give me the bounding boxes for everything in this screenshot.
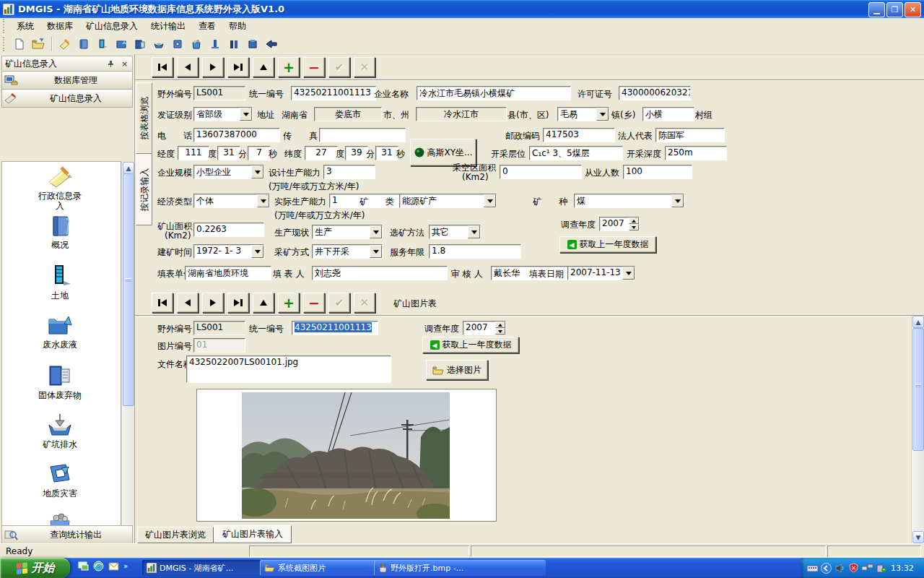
nav-edit-button[interactable] <box>253 57 274 77</box>
nav2-delete-button[interactable]: − <box>303 293 325 313</box>
building-icon[interactable] <box>226 36 242 52</box>
employees-input[interactable]: 100 <box>623 165 692 179</box>
pic-survey-year-spinner[interactable]: 2007 <box>463 321 506 335</box>
chevron-down-icon[interactable] <box>596 108 609 121</box>
nav-first-button[interactable] <box>152 57 173 77</box>
scrollbar-thumb[interactable] <box>123 173 134 406</box>
nav2-first-button[interactable] <box>152 293 173 313</box>
solid-waste-icon[interactable] <box>132 36 148 52</box>
fill-date-select[interactable]: 2007-11-13 <box>567 266 635 280</box>
nav-cancel-button[interactable]: ✕ <box>354 57 375 77</box>
mining-layer-input[interactable]: C₁c¹ 3、5煤层 <box>529 146 623 160</box>
quick-launch-more-icon[interactable]: » <box>123 562 128 570</box>
scrollbar-thumb[interactable] <box>912 328 924 451</box>
minimize-button[interactable]: ▁ <box>868 2 885 17</box>
taskbar-task-folder[interactable]: 系统截图图片 <box>260 560 377 576</box>
start-button[interactable]: 开始 <box>0 558 70 578</box>
land-icon[interactable] <box>95 36 110 52</box>
chevron-down-icon[interactable] <box>240 108 252 121</box>
language-icon[interactable] <box>821 563 832 574</box>
ie-icon[interactable] <box>93 561 104 571</box>
fax-input[interactable] <box>319 128 406 142</box>
restore-button[interactable]: ❐ <box>886 2 903 17</box>
nav-last-button[interactable] <box>227 57 249 77</box>
spin-down-icon[interactable] <box>629 224 639 230</box>
fill-person-input[interactable]: 刘志尧 <box>312 266 448 280</box>
close-button[interactable]: ✕ <box>905 2 921 17</box>
show-desktop-icon[interactable] <box>78 561 89 571</box>
latitude-sec-input[interactable]: 31 <box>375 146 398 160</box>
sidebar-scrollbar[interactable]: ▲ ▼ <box>121 162 134 578</box>
volume-icon[interactable] <box>834 563 845 574</box>
mail-icon[interactable] <box>108 561 119 571</box>
prefecture-input[interactable]: 冷水江市 <box>416 107 507 121</box>
keyboard-icon[interactable] <box>807 563 818 574</box>
menu-mine-info-entry[interactable]: 矿山信息录入 <box>79 18 144 35</box>
county-select[interactable]: 毛易 <box>557 107 609 121</box>
land-survey-icon[interactable] <box>188 36 204 52</box>
mineral-kind-select[interactable]: 煤 <box>574 194 684 208</box>
wastewater-icon[interactable] <box>113 36 129 52</box>
sidebar-item-land[interactable]: 土地 <box>2 263 118 301</box>
tab-picture-table-browse[interactable]: 矿山图片表浏览 <box>137 527 214 543</box>
clock[interactable]: 13:32 <box>891 564 914 573</box>
overview-icon[interactable] <box>76 36 92 52</box>
choose-picture-button[interactable]: 选择图片 <box>426 360 488 380</box>
sidebar-item-solid-waste[interactable]: 固体废弃物 <box>2 363 118 400</box>
mining-depth-input[interactable]: 250m <box>665 146 727 160</box>
column-icon[interactable] <box>207 36 223 52</box>
mine-area-input[interactable]: 0.2263 <box>193 223 264 237</box>
pit-drainage-icon[interactable] <box>151 36 167 52</box>
sidebar-item-admin-entry[interactable]: 行政信息录入 <box>2 165 118 211</box>
nav2-next-button[interactable] <box>202 293 224 313</box>
beneficiation-select[interactable]: 其它 <box>429 225 481 239</box>
security-shield-icon[interactable]: ✕ <box>848 563 859 574</box>
pic-no-input[interactable]: 01 <box>193 338 245 353</box>
field-no-input[interactable]: LS001 <box>193 86 245 100</box>
goaf-area-input[interactable]: 0 <box>500 165 582 179</box>
mineral-class-select[interactable]: 能源矿产 <box>399 194 497 208</box>
get-prev-year-button-1[interactable]: ◀ 获取上一年度数据 <box>559 236 656 253</box>
build-time-select[interactable]: 1972- 1- 3 <box>193 244 264 259</box>
title-bar[interactable]: DMGIS - 湖南省矿山地质环境数据库信息系统野外录入版V1.0 ▁ ❐ ✕ <box>0 0 924 18</box>
latitude-deg-input[interactable]: 27 <box>305 146 338 160</box>
production-status-select[interactable]: 生产 <box>312 225 383 239</box>
get-prev-year-button-2[interactable]: ◀ 获取上一年度数据 <box>422 337 519 353</box>
town-input[interactable]: 小横 <box>642 107 694 121</box>
chevron-down-icon[interactable] <box>370 225 382 238</box>
geo-hazard-icon[interactable] <box>170 36 186 52</box>
network-icon[interactable] <box>862 563 873 574</box>
nav2-edit-button[interactable] <box>253 293 274 313</box>
city-input[interactable]: 娄底市 <box>314 107 382 121</box>
mining-method-select[interactable]: 井下开采 <box>312 244 383 259</box>
chevron-down-icon[interactable] <box>671 194 684 207</box>
spin-up-icon[interactable] <box>629 217 639 224</box>
menu-stat-output[interactable]: 统计输出 <box>144 18 192 35</box>
chevron-down-icon[interactable] <box>622 267 635 280</box>
scroll-down-icon[interactable]: ▼ <box>912 531 924 543</box>
taskbar-task-paint[interactable]: 野外版打开.bmp -... <box>374 560 546 576</box>
tab-browse-by-table[interactable]: 按表格浏览 <box>136 82 152 154</box>
open-folder-icon[interactable] <box>30 36 46 52</box>
menu-view[interactable]: 查看 <box>192 18 222 35</box>
spin-down-icon[interactable] <box>495 328 505 335</box>
survey-year-spinner[interactable]: 2007 <box>599 217 640 231</box>
sidebar-item-pit-drainage[interactable]: 矿坑排水 <box>2 412 118 449</box>
scroll-up-icon[interactable]: ▲ <box>912 316 924 328</box>
chevron-down-icon[interactable] <box>251 165 263 178</box>
chevron-down-icon[interactable] <box>468 225 480 238</box>
tab-picture-table-entry[interactable]: 矿山图片表输入 <box>214 525 292 543</box>
nav2-insert-button[interactable]: + <box>278 293 300 313</box>
latitude-min-input[interactable]: 39 <box>345 146 368 160</box>
sidebar-item-geo-hazard[interactable]: 地质灾害 <box>2 461 118 499</box>
legal-rep-input[interactable]: 陈国军 <box>655 128 725 142</box>
chevron-down-icon[interactable] <box>370 245 382 258</box>
unified-no-input[interactable]: 43250211001113 <box>291 86 376 100</box>
longitude-deg-input[interactable]: 111 <box>178 146 209 160</box>
new-document-icon[interactable] <box>12 36 27 52</box>
file-name-input[interactable]: 4325022007LS00101.jpg <box>186 355 391 383</box>
nav-insert-button[interactable]: + <box>278 57 300 77</box>
nav2-last-button[interactable] <box>227 293 249 313</box>
scroll-up-icon[interactable]: ▲ <box>123 162 134 174</box>
economy-type-select[interactable]: 个体 <box>193 194 270 208</box>
